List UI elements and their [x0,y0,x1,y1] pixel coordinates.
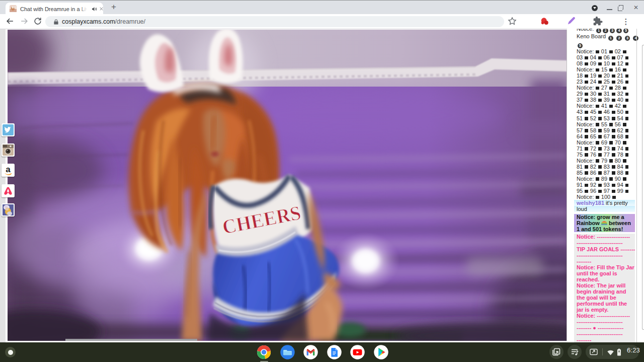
svg-text:a: a [6,165,11,174]
